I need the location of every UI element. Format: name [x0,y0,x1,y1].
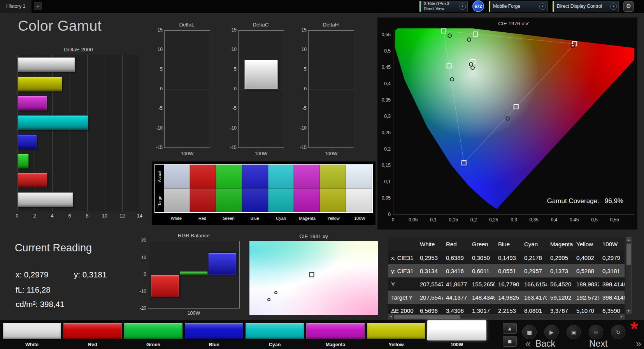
reading-y: y: 0,3181 [74,270,107,279]
table-cell: 163,4170 [521,294,547,301]
axis-tick-label: 2 [33,213,36,219]
axis-tick-label: 15 [227,27,237,33]
scroll-down-arrow-icon[interactable]: ▼ [626,308,631,313]
swatch-column-labels: WhiteRedGreenBlueCyanMagentaYellow100W [163,216,373,221]
axis-tick-label: 0,25 [378,130,391,135]
table-cell: 0,1493 [495,254,521,261]
table-horizontal-scrollbar[interactable]: ◄ ► [388,314,625,319]
reading-fl: fL: 116,28 [16,285,51,295]
deltac-plot [238,30,284,148]
top-bar-controls: X-Rite i1Pro 3 Direct View ▾ 672 Mobile … [419,0,644,12]
patch-up-button[interactable]: ▲ [503,323,517,334]
snapshot-button[interactable]: ▣ [567,325,581,339]
table-vertical-scrollbar[interactable]: ▲ ▼ [626,237,632,314]
axis-tick-label: 0,2 [378,146,391,152]
table-cell: 0,3181 [599,268,625,274]
scroll-up-arrow-icon[interactable]: ▲ [626,238,631,243]
chevron-down-icon[interactable]: ▾ [539,3,546,10]
swatch-target-red [190,188,216,212]
swatch-target-white [164,188,190,212]
stop-button[interactable]: ■ [522,325,537,339]
table-cell: 59,1202 [547,294,573,301]
table-row: Target Y207,554744,1377148,434514,982516… [388,291,625,304]
bottom-bar: WhiteRedGreenBlueCyanMagentaYellow100W ▲… [0,320,644,349]
column-header: 100W [599,241,625,247]
display-control-dropdown[interactable]: Direct Display Control ▾ [553,1,619,12]
reading-xy: x: 0,2979 y: 0,3181 [16,270,107,279]
swatch-target-magenta [294,188,320,212]
swatch-grid [164,165,372,212]
gridline [122,55,123,211]
patch-button-yellow[interactable]: Yellow [367,321,426,348]
table-cell: 398,4148 [599,281,625,288]
row-label-target: Target [155,188,164,212]
meter-count: 672 [474,4,482,9]
axis-tick-label: 0,05 [409,217,418,223]
table-cell: 0,4002 [573,254,599,261]
scroll-right-arrow-icon[interactable]: ► [619,314,624,319]
table-cell: 41,8677 [443,281,469,288]
row-label: x: CIE31 [388,254,417,261]
settings-button[interactable]: ⚙ [623,1,634,12]
swatch-target-cyan [268,188,294,212]
rgb-bar-blue [208,253,237,275]
patch-label: Red [63,342,122,347]
play-button[interactable]: ▶ [544,325,559,339]
axis-tick-label: 0,2 [470,217,477,223]
deltae-bar-100w [18,192,73,207]
table-cell: 0,3134 [417,268,443,274]
table-cell: 16,7790 [495,281,521,288]
current-reading: Current Reading x: 0,2979 y: 0,3181 fL: … [15,242,135,254]
x-axis-label: 100W [238,151,284,156]
cie-1931-panel: CIE 1931 xy [249,233,378,315]
patch-button-blue[interactable]: Blue [184,321,244,348]
current-reading-title: Current Reading [15,242,135,254]
patch-label: Blue [184,342,244,347]
tab-history[interactable]: History 1 [0,0,32,13]
gamut-coverage: Gamut Coverage: 96,9% [547,197,623,205]
refresh-button[interactable]: ↻ [611,325,625,339]
source-dropdown[interactable]: Mobile Forge ▾ [489,1,548,12]
deltae2000-chart: DeltaE 2000 02468101214 [16,47,149,226]
axis-tick-label: -5 [297,105,307,111]
table-cell: 148,4345 [469,294,495,301]
deltae-bar-yellow [18,77,62,91]
patch-button-red[interactable]: Red [63,321,122,348]
table-cell: 207,5547 [417,294,443,301]
play-icon: ▶ [549,329,554,335]
x-axis-label: 100W [308,151,354,156]
patch-swatch [245,323,304,340]
swatch-actual-100w [346,165,372,188]
axis-tick-label: 0,05 [378,195,391,201]
next-button[interactable]: Next » [589,338,641,349]
table-cell: 1,3017 [469,307,495,314]
scrollbar-thumb[interactable] [626,244,631,265]
meter-dropdown[interactable]: X-Rite i1Pro 3 Direct View ▾ [419,1,468,12]
patch-button-white[interactable]: White [2,321,61,348]
scroll-left-arrow-icon[interactable]: ◄ [388,314,393,319]
loop-button[interactable]: ∞ [589,325,603,339]
scrollbar-thumb[interactable] [394,315,460,319]
table-cell: 2,2153 [495,307,521,314]
up-arrow-icon: ▲ [508,326,511,331]
add-tab-button[interactable]: + [34,2,42,10]
chevron-glyph: ▾ [462,4,463,8]
axis-tick-label: 0 [227,86,237,91]
patch-button-100w[interactable]: 100W [427,321,486,348]
table-cell: 0,6011 [469,268,495,274]
back-button[interactable]: « Back [525,338,555,349]
patch-button-magenta[interactable]: Magenta [306,321,365,348]
cie-1976-panel: CIE 1976 u'v' [377,18,637,230]
meter-mode: Direct View [424,6,449,11]
gridline [70,55,70,211]
swatch-actual-green [216,165,242,188]
patch-window-button[interactable]: ■ [503,336,517,347]
axis-tick-label: 12 [119,213,125,219]
table-row: Y207,554741,8677155,265016,7790166,61545… [388,277,625,291]
gamut-coverage-label: Gamut Coverage: [547,197,599,205]
chevron-down-icon[interactable]: ▾ [459,3,466,10]
table-cell: 0,5288 [573,268,599,274]
patch-button-green[interactable]: Green [124,321,183,348]
chevron-down-icon[interactable]: ▾ [610,3,617,10]
patch-button-cyan[interactable]: Cyan [245,321,304,348]
